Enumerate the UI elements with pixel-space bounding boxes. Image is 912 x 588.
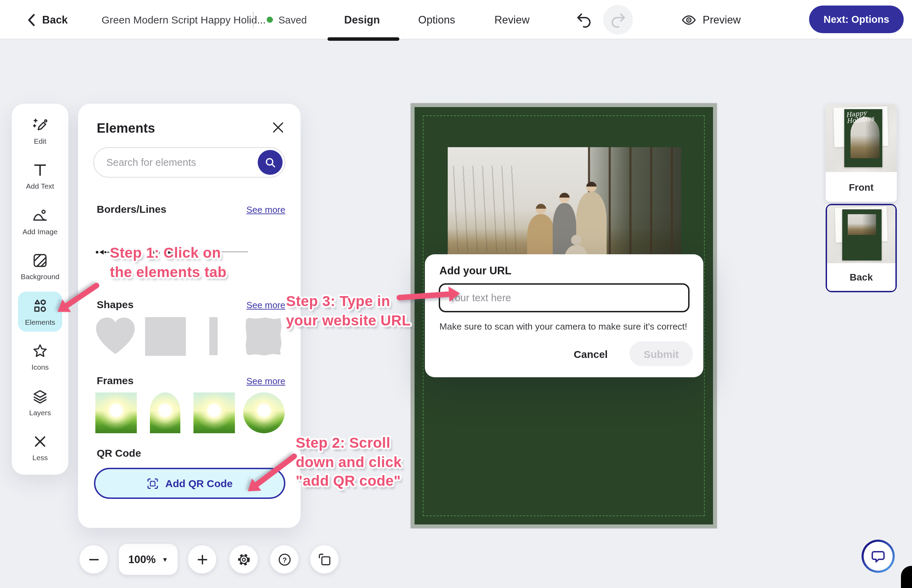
active-tab-underline bbox=[328, 37, 399, 41]
borders-see-more-link[interactable]: See more bbox=[246, 205, 285, 215]
search-button[interactable] bbox=[258, 150, 282, 175]
frames-section-header: Frames See more bbox=[97, 375, 285, 386]
annotation-step2: Step 2: Scroll down and click "add QR co… bbox=[296, 433, 402, 490]
tab-design[interactable]: Design bbox=[344, 0, 380, 39]
top-bar: Back Green Modern Script Happy Holid... … bbox=[0, 0, 912, 39]
front-mini-card: Happy Holidays bbox=[844, 109, 883, 168]
saved-dot-icon bbox=[267, 16, 273, 23]
screen-corner bbox=[901, 566, 912, 588]
undo-button[interactable] bbox=[576, 11, 593, 28]
borders-section-header: Borders/Lines See more bbox=[97, 203, 285, 215]
sidebar-item-less[interactable]: Less bbox=[18, 428, 62, 468]
panel-close-button[interactable] bbox=[272, 121, 284, 133]
gear-icon bbox=[236, 552, 251, 567]
annotation-step3-line2: your website URL bbox=[286, 310, 411, 330]
document-title: Green Modern Script Happy Holid... bbox=[102, 0, 266, 39]
back-thumb-image bbox=[827, 205, 896, 265]
tool-rail: Edit Add Text Add Image Background Eleme… bbox=[12, 103, 68, 475]
svg-text:?: ? bbox=[282, 556, 287, 564]
panel-title: Elements bbox=[97, 121, 155, 136]
shapes-title: Shapes bbox=[97, 299, 134, 310]
frame-rect-sample[interactable] bbox=[95, 393, 137, 433]
square-shape-sample[interactable] bbox=[145, 317, 186, 356]
question-icon: ? bbox=[277, 552, 292, 567]
modal-helper-text: Make sure to scan with your camera to ma… bbox=[439, 321, 687, 332]
next-options-button[interactable]: Next: Options bbox=[809, 5, 904, 33]
back-mini-photo bbox=[848, 215, 876, 235]
annotation-step1-line1: Step 1: Click on bbox=[110, 243, 227, 262]
chat-button[interactable] bbox=[862, 540, 895, 573]
chevron-left-icon bbox=[27, 13, 35, 26]
sidebar-item-label: Edit bbox=[34, 136, 46, 145]
redo-button[interactable] bbox=[603, 5, 633, 34]
sidebar-item-label: Add Text bbox=[26, 182, 54, 190]
editor-page: Back Green Modern Script Happy Holid... … bbox=[0, 0, 912, 588]
add-url-modal: Add your URL Make sure to scan with your… bbox=[425, 254, 703, 377]
annotation-step2-line2: down and click bbox=[296, 452, 402, 471]
sidebar-item-label: Icons bbox=[31, 363, 49, 372]
sidebar-item-label: Less bbox=[32, 454, 48, 462]
qr-section-header: QR Code bbox=[97, 447, 285, 459]
sidebar-item-add-image[interactable]: Add Image bbox=[18, 201, 62, 241]
frames-title: Frames bbox=[97, 375, 134, 386]
heart-shape-sample[interactable] bbox=[95, 317, 136, 356]
sidebar-item-background[interactable]: Background bbox=[18, 246, 62, 286]
settings-button[interactable] bbox=[229, 545, 258, 573]
undo-icon bbox=[576, 11, 593, 28]
fit-view-button[interactable] bbox=[310, 545, 339, 573]
sidebar-item-layers[interactable]: Layers bbox=[18, 383, 62, 423]
frame-rect2-sample[interactable] bbox=[194, 393, 235, 433]
zoom-out-button[interactable] bbox=[79, 545, 108, 573]
annotation-step1: Step 1: Click on the elements tab bbox=[110, 243, 227, 281]
annotation-step2-line3: "add QR code" bbox=[296, 471, 402, 490]
plus-icon bbox=[197, 554, 208, 565]
grunge-square-sample[interactable] bbox=[245, 317, 282, 356]
sidebar-item-add-text[interactable]: Add Text bbox=[18, 156, 62, 196]
url-input-wrap bbox=[439, 283, 689, 312]
frame-arch-sample[interactable] bbox=[150, 393, 180, 433]
frame-oval-sample[interactable] bbox=[243, 393, 285, 433]
front-label: Front bbox=[826, 172, 897, 202]
page-thumb-front[interactable]: Happy Holidays Front bbox=[826, 104, 897, 202]
preview-label: Preview bbox=[703, 13, 741, 26]
sidebar-item-elements[interactable]: Elements bbox=[18, 292, 62, 332]
sidebar-item-label: Add Image bbox=[23, 227, 58, 235]
sidebar-item-label: Layers bbox=[29, 408, 51, 417]
annotation-step3-line1: Step 3: Type in bbox=[286, 292, 411, 310]
sidebar-item-icons[interactable]: Icons bbox=[18, 337, 62, 377]
background-icon bbox=[32, 252, 48, 269]
crop-icon bbox=[317, 552, 332, 567]
help-button[interactable]: ? bbox=[270, 545, 299, 573]
sidebar-item-edit[interactable]: Edit bbox=[18, 111, 62, 151]
frames-see-more-link[interactable]: See more bbox=[246, 376, 285, 386]
modal-title: Add your URL bbox=[439, 265, 511, 277]
preview-button[interactable]: Preview bbox=[681, 0, 741, 39]
tab-review[interactable]: Review bbox=[494, 0, 529, 39]
submit-button[interactable]: Submit bbox=[630, 341, 693, 366]
search-input[interactable] bbox=[107, 149, 252, 176]
url-input[interactable] bbox=[449, 286, 677, 310]
chevron-down-icon: ▼ bbox=[162, 556, 168, 563]
shapes-see-more-link[interactable]: See more bbox=[246, 300, 285, 310]
topbar-divider bbox=[253, 12, 253, 27]
layers-icon bbox=[32, 388, 48, 405]
back-button[interactable]: Back bbox=[27, 0, 68, 39]
magic-pencil-icon bbox=[32, 116, 48, 133]
page-thumb-back-selected[interactable]: Back bbox=[826, 204, 897, 292]
tab-options[interactable]: Options bbox=[418, 0, 455, 39]
chat-bubble-icon bbox=[864, 542, 893, 571]
minus-icon bbox=[88, 554, 99, 565]
close-icon bbox=[32, 434, 48, 450]
zoom-in-button[interactable] bbox=[188, 545, 216, 573]
front-thumb-image: Happy Holidays bbox=[826, 104, 897, 172]
element-search bbox=[93, 147, 285, 178]
back-label: Back bbox=[42, 13, 68, 26]
zoom-level-select[interactable]: 100% ▼ bbox=[119, 544, 178, 575]
shapes-section-header: Shapes See more bbox=[97, 299, 285, 310]
eye-icon bbox=[681, 12, 696, 27]
borders-title: Borders/Lines bbox=[97, 203, 166, 215]
add-qr-code-label: Add QR Code bbox=[165, 477, 233, 489]
bar-shape-sample[interactable] bbox=[209, 317, 218, 355]
sidebar-item-label: Background bbox=[21, 272, 60, 281]
cancel-button[interactable]: Cancel bbox=[567, 341, 615, 366]
